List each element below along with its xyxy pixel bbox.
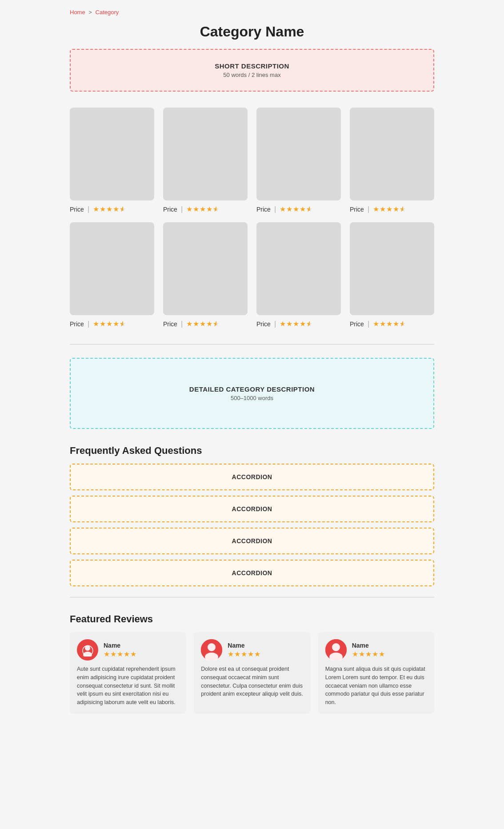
product-stars: ★ ★ ★ ★ ★★ [373,320,406,328]
breadcrumb-home[interactable]: Home [70,9,85,16]
star-2: ★ [193,320,199,328]
product-image [70,108,154,200]
review-card-1: ◯ Name ★ ★ ★ ★ ★ [70,632,186,714]
review-card-3: Name ★ ★ ★ ★ ★ Magna sunt aliqua duis si… [318,632,434,714]
review-header-2: Name ★ ★ ★ ★ ★ [201,639,303,661]
svg-point-1 [83,652,92,657]
reviewer-stars-1: ★ ★ ★ ★ ★ [104,650,136,658]
breadcrumb: Home > Category [70,9,434,16]
product-image [256,222,341,315]
product-info: Price | ★ ★ ★ ★ ★★ [350,320,434,328]
accordion-item-2[interactable]: ACCORDION [70,496,434,522]
page-title: Category Name [70,24,434,40]
reviewer-info-2: Name ★ ★ ★ ★ ★ [228,642,260,658]
star-1: ★ [93,205,99,213]
reviewer-info-3: Name ★ ★ ★ ★ ★ [352,642,385,658]
star-2: ★ [380,320,386,328]
star-1: ★ [373,320,379,328]
star-1: ★ [186,320,192,328]
star-5: ★★ [400,320,406,328]
breadcrumb-separator: > [88,9,92,16]
star-4: ★ [300,320,306,328]
reviewer-name-1: Name [104,642,136,649]
detailed-description-label: DETAILED CATEGORY DESCRIPTION [88,385,416,393]
reviewer-stars-2: ★ ★ ★ ★ ★ [228,650,260,658]
product-card[interactable]: Price | ★ ★ ★ ★ ★★ [70,222,154,328]
star-3: ★ [106,205,112,213]
product-image [70,222,154,315]
section-divider-2 [70,597,434,597]
review-text-1: Aute sunt cupidatat reprehenderit ipsum … [77,665,179,707]
product-info: Price | ★ ★ ★ ★ ★★ [70,205,154,213]
reviewer-info-1: Name ★ ★ ★ ★ ★ [104,642,136,658]
product-image [350,222,434,315]
accordion-item-1[interactable]: ACCORDION [70,464,434,490]
accordion-item-3[interactable]: ACCORDION [70,528,434,554]
avatar-svg-1 [81,643,94,657]
product-card[interactable]: Price | ★ ★ ★ ★ ★★ [256,108,341,213]
star-5: ★★ [306,320,312,328]
star-5: ★★ [120,205,126,213]
product-divider: | [368,320,369,328]
star-5: ★★ [213,320,219,328]
product-card[interactable]: Price | ★ ★ ★ ★ ★★ [70,108,154,213]
avatar-svg-3 [325,639,347,661]
reviewer-avatar-3 [325,639,347,661]
product-price: Price [70,206,84,213]
star-1: ★ [186,205,192,213]
review-header-3: Name ★ ★ ★ ★ ★ [325,639,427,661]
star-2: ★ [380,205,386,213]
product-price: Price [70,320,84,328]
star-4: ★ [393,205,399,213]
product-image [350,108,434,200]
star-5: ★★ [400,205,406,213]
product-price: Price [163,320,177,328]
short-description-box: SHORT DESCRIPTION 50 words / 2 lines max [70,49,434,92]
product-price: Price [256,206,271,213]
star-3: ★ [386,205,392,213]
reviews-grid: ◯ Name ★ ★ ★ ★ ★ [70,632,434,714]
product-info: Price | ★ ★ ★ ★ ★★ [256,320,341,328]
product-info: Price | ★ ★ ★ ★ ★★ [163,320,248,328]
svg-point-0 [85,645,90,651]
product-card[interactable]: Price | ★ ★ ★ ★ ★★ [256,222,341,328]
star-5: ★★ [213,205,219,213]
accordion-item-4[interactable]: ACCORDION [70,560,434,586]
star-4: ★ [113,320,119,328]
star-4: ★ [206,320,212,328]
star-2: ★ [193,205,199,213]
product-divider: | [274,320,276,328]
product-card[interactable]: Price | ★ ★ ★ ★ ★★ [163,222,248,328]
product-price: Price [350,320,364,328]
product-divider: | [88,320,89,328]
product-card[interactable]: Price | ★ ★ ★ ★ ★★ [350,222,434,328]
product-divider: | [181,205,183,213]
product-stars: ★ ★ ★ ★ ★★ [280,205,312,213]
product-card[interactable]: Price | ★ ★ ★ ★ ★★ [163,108,248,213]
product-divider: | [181,320,183,328]
star-2: ★ [286,320,292,328]
review-card-2: Name ★ ★ ★ ★ ★ Dolore est ea ut consequa… [194,632,310,714]
product-info: Price | ★ ★ ★ ★ ★★ [350,205,434,213]
star-5: ★★ [306,205,312,213]
star-3: ★ [200,205,206,213]
star-3: ★ [386,320,392,328]
star-2: ★ [286,205,292,213]
section-divider [70,344,434,344]
star-1: ★ [280,205,286,213]
reviewer-avatar-2 [201,639,222,661]
star-4: ★ [113,205,119,213]
product-divider: | [88,205,89,213]
reviewer-stars-3: ★ ★ ★ ★ ★ [352,650,385,658]
short-description-label: SHORT DESCRIPTION [88,62,416,70]
star-3: ★ [293,320,299,328]
detailed-description-sub: 500–1000 words [88,395,416,401]
reviews-section: Featured Reviews ◯ Name ★ [70,613,434,714]
svg-point-6 [332,643,340,651]
breadcrumb-category[interactable]: Category [96,9,119,16]
star-3: ★ [200,320,206,328]
product-card[interactable]: Price | ★ ★ ★ ★ ★★ [350,108,434,213]
product-image [163,108,248,200]
product-stars: ★ ★ ★ ★ ★★ [280,320,312,328]
product-stars: ★ ★ ★ ★ ★★ [186,320,219,328]
